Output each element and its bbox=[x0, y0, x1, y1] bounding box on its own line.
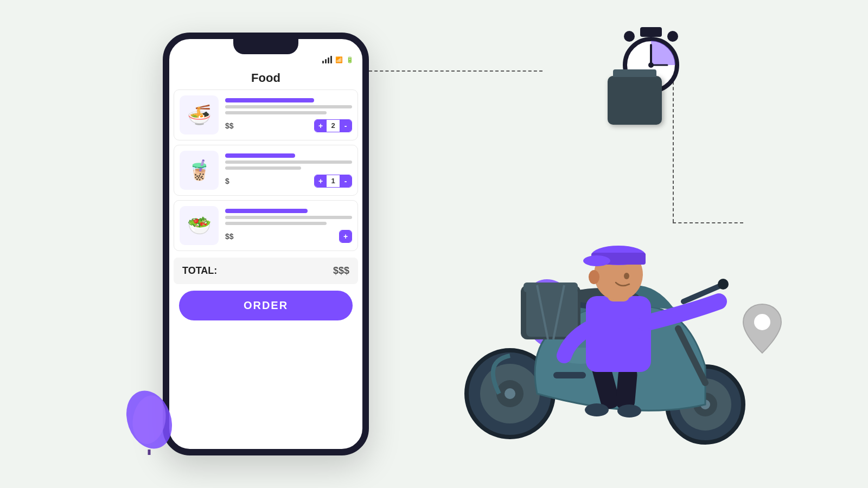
food-price-2: $ bbox=[225, 177, 229, 185]
svg-point-25 bbox=[718, 279, 729, 290]
phone-notch bbox=[233, 39, 298, 54]
qty-minus-btn-2[interactable]: - bbox=[340, 175, 352, 187]
food-icon-box-1: 🍜 bbox=[180, 95, 219, 134]
signal-icon bbox=[322, 57, 332, 63]
qty-minus-btn-1[interactable]: - bbox=[340, 120, 352, 132]
svg-point-43 bbox=[583, 255, 610, 266]
food-item-3: 🥗 $$ + bbox=[174, 200, 358, 251]
dashed-connection-lines bbox=[369, 70, 542, 72]
qty-number-2: 1 bbox=[327, 177, 340, 185]
total-bar: TOTAL: $$$ bbox=[174, 258, 358, 284]
scooter-and-rider bbox=[418, 177, 797, 450]
food-item-1: 🍜 $$ + 2 - bbox=[174, 89, 358, 140]
drink-cup-icon: 🧋 bbox=[187, 159, 212, 182]
food-name-bar-2 bbox=[225, 153, 295, 158]
svg-rect-28 bbox=[553, 372, 586, 378]
battery-icon: 🔋 bbox=[346, 56, 354, 63]
food-bottom-1: $$ + 2 - bbox=[225, 119, 352, 132]
total-value: $$$ bbox=[333, 265, 349, 277]
food-desc-bar-1b bbox=[225, 111, 327, 114]
svg-point-8 bbox=[667, 31, 678, 42]
qty-control-2[interactable]: + 1 - bbox=[314, 175, 352, 188]
svg-point-45 bbox=[589, 270, 599, 284]
food-info-3: $$ + bbox=[225, 209, 352, 243]
food-item-2: 🧋 $ + 1 - bbox=[174, 145, 358, 196]
qty-number-1: 2 bbox=[327, 121, 340, 130]
food-icon-box-2: 🧋 bbox=[180, 151, 219, 190]
phone-mockup: 📶 🔋 Food 🍜 $$ + 2 bbox=[163, 33, 369, 455]
food-desc-bar-1a bbox=[225, 105, 352, 108]
svg-rect-38 bbox=[586, 296, 651, 372]
delivery-box bbox=[608, 76, 662, 125]
food-info-2: $ + 1 - bbox=[225, 153, 352, 188]
qty-control-1[interactable]: + 2 - bbox=[314, 119, 352, 132]
food-desc-bar-3b bbox=[225, 222, 327, 225]
svg-point-12 bbox=[648, 62, 654, 68]
scene: 📶 🔋 Food 🍜 $$ + 2 bbox=[54, 11, 814, 477]
food-name-bar-3 bbox=[225, 209, 308, 213]
qty-control-3[interactable]: + bbox=[339, 230, 352, 243]
wifi-icon: 📶 bbox=[335, 56, 343, 63]
food-desc-bar-2b bbox=[225, 166, 301, 170]
food-bottom-2: $ + 1 - bbox=[225, 175, 352, 188]
svg-point-44 bbox=[624, 273, 629, 279]
food-info-1: $$ + 2 - bbox=[225, 98, 352, 132]
food-price-3: $$ bbox=[225, 232, 234, 241]
total-label: TOTAL: bbox=[182, 265, 217, 277]
food-icon-box-3: 🥗 bbox=[180, 206, 219, 245]
food-desc-bar-3a bbox=[225, 216, 352, 219]
svg-point-7 bbox=[624, 31, 635, 42]
order-button[interactable]: ORDER bbox=[179, 291, 353, 320]
svg-point-36 bbox=[585, 403, 609, 416]
food-price-1: $$ bbox=[225, 121, 234, 130]
svg-rect-6 bbox=[640, 27, 662, 37]
food-desc-bar-2a bbox=[225, 160, 352, 164]
qty-plus-btn-3[interactable]: + bbox=[340, 230, 352, 242]
salad-bowl-icon: 🥗 bbox=[187, 214, 212, 237]
food-bottom-3: $$ + bbox=[225, 230, 352, 243]
svg-point-17 bbox=[505, 388, 515, 399]
noodle-box-icon: 🍜 bbox=[187, 104, 212, 126]
phone-content: 🍜 $$ + 2 - bbox=[169, 89, 362, 449]
qty-plus-btn-1[interactable]: + bbox=[315, 120, 327, 132]
svg-rect-31 bbox=[526, 288, 578, 337]
qty-plus-btn-2[interactable]: + bbox=[315, 175, 327, 187]
svg-rect-35 bbox=[615, 366, 638, 411]
status-bar: 📶 🔋 bbox=[169, 54, 362, 66]
food-name-bar-1 bbox=[225, 98, 314, 102]
phone-screen-title: Food bbox=[169, 66, 362, 89]
plant-left-icon bbox=[119, 384, 179, 466]
svg-point-37 bbox=[617, 404, 641, 418]
